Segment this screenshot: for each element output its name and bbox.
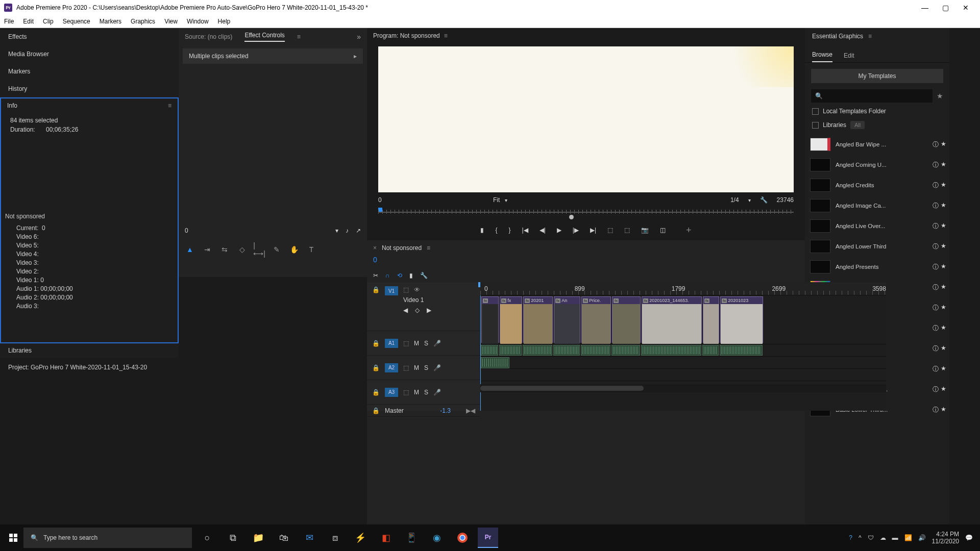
start-button[interactable] xyxy=(3,528,23,548)
track-header-a2[interactable]: 🔒 A2 ⬚ M S 🎤 xyxy=(367,356,480,380)
step-forward-icon[interactable]: |▶ xyxy=(573,227,579,234)
rate-stretch-tool-icon[interactable]: ◇ xyxy=(237,244,247,255)
solo-button[interactable]: S xyxy=(424,340,428,347)
lock-icon[interactable]: 🔒 xyxy=(372,286,380,293)
prev-keyframe-icon[interactable]: ◀ xyxy=(403,307,408,314)
chevron-down-icon[interactable]: ▾ xyxy=(505,197,507,203)
close-button[interactable]: ✕ xyxy=(955,0,976,15)
task-view-icon[interactable]: ⧉ xyxy=(223,528,243,548)
track-select-tool-icon[interactable]: ⇥ xyxy=(202,244,212,255)
eg-tab-edit[interactable]: Edit xyxy=(844,52,854,62)
menu-clip[interactable]: Clip xyxy=(43,18,54,25)
audio-track-a2[interactable] xyxy=(480,357,886,369)
video-clip[interactable]: fx xyxy=(481,296,499,343)
favorite-star-icon[interactable]: ★ xyxy=(941,181,946,190)
sync-lock-icon[interactable]: ⬚ xyxy=(403,389,409,396)
lock-icon[interactable]: 🔒 xyxy=(372,364,380,371)
office-icon[interactable]: ◧ xyxy=(376,528,396,548)
video-track-v1[interactable]: fxfxfxfx20201fxAnfxPrice.fxfx20201023_14… xyxy=(480,295,886,344)
timeline-ruler[interactable]: 0 899 1799 2699 3598 xyxy=(480,282,886,295)
mute-button[interactable]: M xyxy=(414,389,419,396)
mute-button[interactable]: M xyxy=(414,364,419,371)
marker-icon[interactable]: ▮ xyxy=(409,272,413,279)
button-editor-icon[interactable]: + xyxy=(686,225,692,236)
timeline-content[interactable]: 0 899 1799 2699 3598 fxfxfxfx20201fxAnfx… xyxy=(480,282,886,411)
lift-icon[interactable]: ⬚ xyxy=(607,227,613,234)
mark-out-icon[interactable]: } xyxy=(508,227,510,234)
solo-button[interactable]: S xyxy=(424,364,428,371)
dropbox-icon[interactable]: ⧈ xyxy=(325,528,345,548)
audio-clip[interactable] xyxy=(702,345,719,356)
tab-source[interactable]: Source: (no clips) xyxy=(185,33,232,40)
export-frame-icon[interactable]: 📷 xyxy=(641,227,649,234)
export-frame-icon[interactable]: ↗ xyxy=(356,227,361,234)
edge-browser-icon[interactable]: ◉ xyxy=(427,528,447,548)
voice-over-icon[interactable]: 🎤 xyxy=(433,364,441,371)
mail-icon[interactable]: ✉ xyxy=(299,528,320,548)
favorite-star-icon[interactable]: ★ xyxy=(941,304,946,312)
video-clip[interactable]: fx20201023 xyxy=(720,296,763,343)
go-to-out-icon[interactable]: ▶| xyxy=(590,227,596,234)
favorite-star-icon[interactable]: ★ xyxy=(941,140,946,149)
info-icon[interactable]: ⓘ xyxy=(933,283,939,292)
system-clock[interactable]: 4:24 PM 11/2/2020 xyxy=(932,531,959,545)
next-keyframe-icon[interactable]: ▶ xyxy=(427,307,431,314)
zoom-fit-dropdown[interactable]: Fit xyxy=(493,196,500,204)
menu-edit[interactable]: Edit xyxy=(23,18,34,25)
audio-clip[interactable] xyxy=(720,345,763,356)
audio-clip[interactable] xyxy=(611,345,640,356)
help-tray-icon[interactable]: ? xyxy=(849,534,852,541)
video-clip[interactable]: fx20201 xyxy=(523,296,553,343)
audio-clip[interactable] xyxy=(499,345,522,356)
video-clip[interactable]: fxAn xyxy=(554,296,580,343)
premiere-pro-icon[interactable]: Pr xyxy=(478,528,498,548)
add-marker-icon[interactable]: ▮ xyxy=(480,227,484,234)
razor-tool-icon[interactable]: |⟷| xyxy=(254,244,264,255)
mark-in-icon[interactable]: { xyxy=(495,227,497,234)
info-icon[interactable]: ⓘ xyxy=(933,263,939,271)
program-tc-left[interactable]: 0 xyxy=(378,196,382,204)
selection-tool-icon[interactable]: ▲ xyxy=(185,244,195,255)
program-scrub-bar[interactable] xyxy=(378,207,794,216)
tab-markers[interactable]: Markers xyxy=(0,63,179,80)
template-item[interactable]: Angled Bar Wipe ...ⓘ★ xyxy=(810,134,946,155)
info-icon[interactable]: ⓘ xyxy=(933,385,939,394)
menu-sequence[interactable]: Sequence xyxy=(63,18,90,25)
tab-libraries[interactable]: Libraries xyxy=(0,343,179,358)
keyframe-icon[interactable]: ♪ xyxy=(346,227,349,234)
playback-res-dropdown[interactable]: 1/4 xyxy=(730,196,739,204)
favorite-star-icon[interactable]: ★ xyxy=(941,365,946,373)
program-tab-label[interactable]: Program: Not sponsored xyxy=(373,32,440,39)
tab-media-browser[interactable]: Media Browser xyxy=(0,45,179,63)
info-icon[interactable]: ⓘ xyxy=(933,365,939,373)
filter-icon[interactable]: ▾ xyxy=(335,227,338,234)
linked-selection-icon[interactable]: ⟲ xyxy=(397,272,402,279)
wrench-icon[interactable]: 🔧 xyxy=(760,196,768,204)
info-icon[interactable]: ⓘ xyxy=(933,406,939,414)
favorite-star-icon[interactable]: ★ xyxy=(941,222,946,231)
info-icon[interactable]: ⓘ xyxy=(933,222,939,231)
info-icon[interactable]: ⓘ xyxy=(933,181,939,190)
v1-target[interactable]: V1 xyxy=(385,286,398,295)
info-icon[interactable]: ⓘ xyxy=(933,161,939,169)
lock-icon[interactable]: 🔒 xyxy=(372,407,380,414)
template-item[interactable]: Angled Presentsⓘ★ xyxy=(810,257,946,277)
program-panel-menu-icon[interactable]: ≡ xyxy=(444,32,448,39)
favorite-star-icon[interactable]: ★ xyxy=(941,406,946,414)
step-back-icon[interactable]: ◀| xyxy=(540,227,546,234)
audio-clip[interactable] xyxy=(641,345,701,356)
timeline-panel-menu-icon[interactable]: ≡ xyxy=(427,244,430,252)
timeline-scrollbar[interactable] xyxy=(480,384,886,392)
chevron-down-icon[interactable]: ▾ xyxy=(748,197,751,203)
a1-target[interactable]: A1 xyxy=(385,339,398,348)
close-sequence-icon[interactable]: × xyxy=(373,244,377,252)
timeline-sequence-name[interactable]: Not sponsored xyxy=(382,244,422,252)
video-clip[interactable]: fx xyxy=(612,296,641,343)
lock-icon[interactable]: 🔒 xyxy=(372,389,380,396)
favorite-star-icon[interactable]: ★ xyxy=(941,202,946,210)
tab-history[interactable]: History xyxy=(0,80,179,97)
taskbar-search[interactable]: 🔍 Type here to search xyxy=(23,528,192,548)
ripple-edit-tool-icon[interactable]: ⇆ xyxy=(219,244,230,255)
local-templates-checkbox[interactable]: Local Templates Folder xyxy=(812,108,942,115)
favorite-star-icon[interactable]: ★ xyxy=(941,385,946,394)
